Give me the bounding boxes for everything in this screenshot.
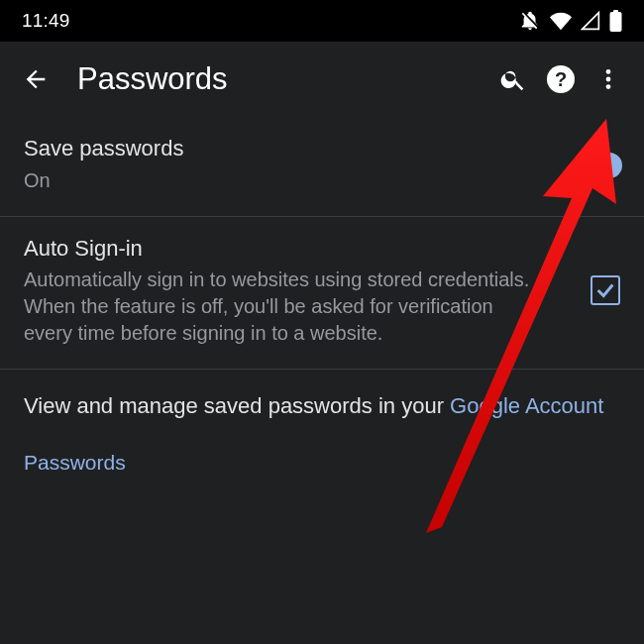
android-status-bar: 11:49 (0, 0, 644, 42)
auto-signin-description: Automatically sign in to websites using … (24, 267, 539, 347)
save-passwords-switch[interactable] (573, 151, 620, 178)
svg-rect-0 (610, 12, 622, 32)
battery-icon (609, 10, 622, 32)
search-button[interactable] (489, 55, 537, 103)
google-account-link[interactable]: Google Account (450, 393, 603, 418)
svg-point-3 (606, 77, 611, 82)
svg-point-4 (606, 84, 611, 89)
passwords-section-header: Passwords (0, 421, 644, 484)
clock: 11:49 (22, 10, 70, 32)
manage-passwords-text: View and manage saved passwords in your … (0, 370, 644, 421)
app-bar: Passwords ? (0, 42, 644, 117)
svg-rect-1 (613, 10, 618, 13)
more-menu-button[interactable] (585, 55, 632, 103)
wifi-icon (550, 10, 572, 32)
page-title: Passwords (77, 61, 489, 97)
cellular-signal-icon (581, 11, 600, 31)
svg-point-2 (606, 69, 611, 74)
more-vert-icon (595, 66, 621, 92)
save-passwords-setting[interactable]: Save passwords On (0, 117, 644, 216)
auto-signin-setting[interactable]: Auto Sign-in Automatically sign in to we… (0, 217, 644, 370)
manage-passwords-prefix: View and manage saved passwords in your (24, 393, 450, 418)
arrow-back-icon (22, 65, 50, 93)
help-icon: ? (547, 65, 575, 93)
back-button[interactable] (12, 55, 59, 103)
auto-signin-checkbox[interactable] (590, 275, 620, 305)
save-passwords-label: Save passwords (24, 135, 573, 163)
status-icons (519, 10, 622, 32)
switch-thumb-icon (596, 153, 622, 178)
help-button[interactable]: ? (537, 55, 585, 103)
auto-signin-label: Auto Sign-in (24, 235, 571, 264)
search-icon (499, 65, 527, 93)
notifications-off-icon (519, 10, 541, 32)
save-passwords-status: On (24, 167, 539, 194)
checkmark-icon (594, 279, 616, 301)
